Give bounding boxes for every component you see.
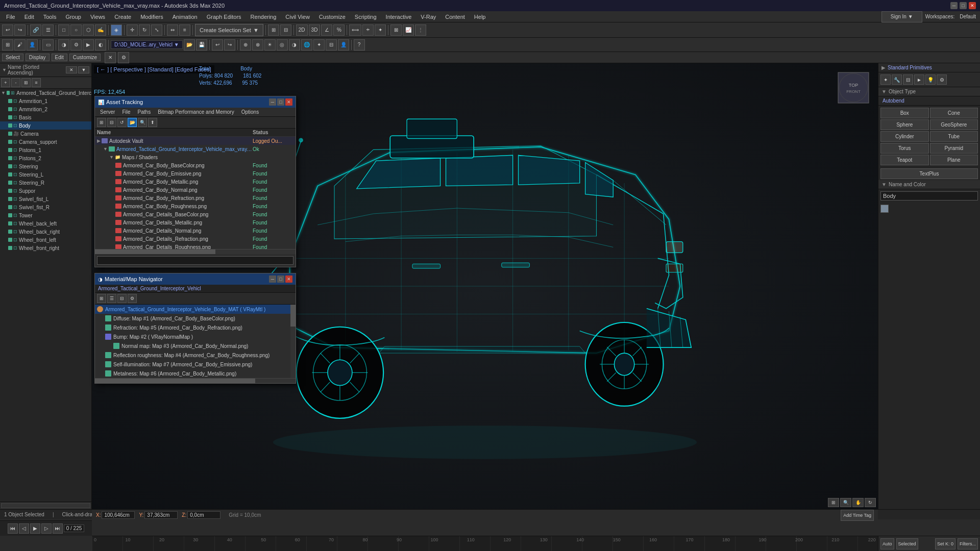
plane-button[interactable]: Plane <box>930 155 978 165</box>
scene-item-swivel-fist-r[interactable]: ⊡ Swivel_fist_R <box>0 203 91 211</box>
snap-2d-btn[interactable]: 2D <box>296 24 308 36</box>
named-sel-btn[interactable]: ⊠ <box>390 24 402 36</box>
z-input[interactable] <box>187 511 220 519</box>
timeline-ruler[interactable]: 0 10 20 30 40 50 60 70 80 90 100 110 120… <box>92 536 878 551</box>
sel-edit-btn[interactable]: Edit <box>52 54 67 61</box>
eye-icon[interactable] <box>8 172 12 177</box>
menu-modifiers[interactable]: Modifiers <box>136 13 167 21</box>
dope-sheet-btn[interactable]: ⋮ <box>415 24 426 36</box>
prev-key-btn[interactable]: ◁ <box>19 523 29 534</box>
asset-row-refraction[interactable]: Armored_Car_Body_Refraction.png Found <box>95 194 296 202</box>
asset-menu-server[interactable]: Server <box>97 109 118 115</box>
scale-btn[interactable]: ⤡ <box>151 24 162 36</box>
mat-row-metalness[interactable]: Metalness: Map #6 (Armored_Car_Body_Meta… <box>95 369 296 378</box>
asset-row-normal[interactable]: Armored_Car_Body_Normal.png Found <box>95 186 296 194</box>
mat-editor-btn[interactable]: ◑ <box>58 39 69 51</box>
asset-row-mainfile[interactable]: ▼ Armored_Tactical_Ground_Interceptor_Ve… <box>95 145 296 153</box>
scene-item-basis[interactable]: ⊡ Basis <box>0 113 91 121</box>
asset-tb6[interactable]: ⬆ <box>148 118 157 127</box>
maximize-button[interactable]: □ <box>960 2 967 9</box>
mat-hscroll[interactable] <box>95 378 296 383</box>
render-btn[interactable]: ▶ <box>83 39 94 51</box>
eye-icon[interactable] <box>8 213 12 217</box>
next-frame-btn[interactable]: ⏭ <box>53 523 63 534</box>
play-btn[interactable]: ▶ <box>30 523 40 534</box>
animation-timeline[interactable]: 0 10 20 30 40 50 60 70 80 90 100 110 120… <box>92 536 878 551</box>
asset-row-roughness[interactable]: Armored_Car_Body_Roughness.png Found <box>95 202 296 210</box>
next-key-btn[interactable]: ▷ <box>41 523 52 534</box>
zoom-extents-btn[interactable]: ⊞ <box>828 498 839 507</box>
asset-row-basecolor[interactable]: Armored_Car_Body_BaseColor.png Found <box>95 161 296 169</box>
pyramid-button[interactable]: Pyramid <box>930 143 978 154</box>
select-all-btn[interactable]: ◈ <box>111 24 122 36</box>
scene-explorer-btn[interactable]: ⊟ <box>280 24 291 36</box>
asset-scrollbar[interactable] <box>95 249 296 254</box>
asset-tb4[interactable]: 📂 <box>128 118 137 127</box>
redo2-btn[interactable]: ↪ <box>224 39 235 51</box>
scene-item-body[interactable]: ⊡ Body <box>0 121 91 130</box>
scene-item-ammrition1[interactable]: ⊡ Ammrition_1 <box>0 97 91 105</box>
snap-angle-btn[interactable]: ∠ <box>321 24 332 36</box>
menu-edit[interactable]: Edit <box>20 13 38 21</box>
select-circle-btn[interactable]: ○ <box>70 24 82 36</box>
xref-btn[interactable]: ⊕ <box>240 39 251 51</box>
scene-item-wheel-back-left[interactable]: ⊡ Wheel_back_left <box>0 219 91 228</box>
asset-path-input[interactable] <box>97 256 293 265</box>
asset-tb3[interactable]: ↺ <box>117 118 127 127</box>
set-keys-btn[interactable]: Set K: 0 <box>935 538 955 549</box>
menu-create[interactable]: Create <box>110 13 135 21</box>
highlight-btn[interactable]: ✦ <box>375 24 386 36</box>
select-by-name-btn[interactable]: ☰ <box>42 24 54 36</box>
select-lasso-btn[interactable]: ✍ <box>95 24 106 36</box>
pan-btn[interactable]: ✋ <box>852 498 864 507</box>
scene-menu-btn[interactable]: ▼ <box>78 66 89 73</box>
y-input[interactable] <box>144 511 178 519</box>
mat-row-bump[interactable]: Bump: Map #2 ( VRayNormalMap ) <box>95 332 296 341</box>
eye-icon[interactable] <box>8 140 12 144</box>
rp-display-btn[interactable]: 💡 <box>925 74 936 85</box>
eye-icon[interactable] <box>8 115 12 119</box>
orbit-btn[interactable]: ↻ <box>865 498 876 507</box>
eye-icon[interactable] <box>8 107 12 111</box>
left-scrollbar[interactable] <box>1 503 90 508</box>
layers-btn[interactable]: ⊞ <box>268 24 279 36</box>
current-frame-input[interactable] <box>64 524 84 532</box>
menu-animation[interactable]: Animation <box>168 13 202 21</box>
rp-utility-btn[interactable]: ⚙ <box>937 74 947 85</box>
asset-row-det-roughness[interactable]: Armored_Car_Details_Roughness.png Found <box>95 243 296 249</box>
move-btn[interactable]: ✛ <box>127 24 138 36</box>
viewport-layout-btn[interactable]: ⊞ <box>2 39 13 51</box>
mat-minimize-btn[interactable]: ─ <box>269 276 276 283</box>
navigation-cube[interactable]: TOP FRONT <box>833 67 874 108</box>
scene-settings-btn[interactable]: ⚙ <box>118 52 129 63</box>
sun-btn[interactable]: ◎ <box>277 39 288 51</box>
active-shade-btn[interactable]: ◐ <box>95 39 106 51</box>
cylinder-button[interactable]: Cylinder <box>880 131 929 142</box>
asset-row-det-refraction[interactable]: Armored_Car_Details_Refraction.png Found <box>95 235 296 243</box>
mat-row-selfillum[interactable]: Self-illumination: Map #7 (Armored_Car_B… <box>95 360 296 369</box>
mat-row-refl-rough[interactable]: Reflection roughness: Map #4 (Armored_Ca… <box>95 350 296 360</box>
asset-row-det-normal[interactable]: Armored_Car_Details_Normal.png Found <box>95 227 296 235</box>
asset-menu-file[interactable]: File <box>119 109 133 115</box>
scene-item-camera[interactable]: 🎥 Camera <box>0 130 91 138</box>
object-color-swatch[interactable] <box>880 205 889 213</box>
scene-item-wheel-front-left[interactable]: ⊡ Wheel_front_left <box>0 236 91 244</box>
mat-row-refraction[interactable]: Refraction: Map #5 (Armored_Car_Body_Ref… <box>95 323 296 332</box>
scene-item-steering-l[interactable]: ⊡ Steering_L <box>0 170 91 179</box>
select-object-btn[interactable]: 🔗 <box>30 24 41 36</box>
filters-btn[interactable]: Filters... <box>958 538 978 549</box>
scene-item-wheel-back-right[interactable]: ⊡ Wheel_back_right <box>0 228 91 236</box>
scene-item-suppor[interactable]: ⊡ Suppor <box>0 187 91 195</box>
menu-views[interactable]: Views <box>86 13 109 21</box>
scene-filter-type-btn[interactable]: ⊞ <box>21 78 31 87</box>
mat-tb-settings[interactable]: ⚙ <box>128 294 137 303</box>
asset-titlebar[interactable]: 📊 Asset Tracking ─ □ ✕ <box>95 96 296 108</box>
menu-content[interactable]: Content <box>441 13 469 21</box>
scene-item-swivel-fist-l[interactable]: ⊡ Swivel_fist_L <box>0 195 91 203</box>
particles-btn[interactable]: ✦ <box>313 39 325 51</box>
asset-tb2[interactable]: ⊟ <box>107 118 116 127</box>
asset-minimize-btn[interactable]: ─ <box>269 98 276 106</box>
scene-item-camera-support[interactable]: ⊡ Camera_support <box>0 138 91 146</box>
minimize-button[interactable]: ─ <box>950 2 958 9</box>
box-button[interactable]: Box <box>880 108 929 118</box>
